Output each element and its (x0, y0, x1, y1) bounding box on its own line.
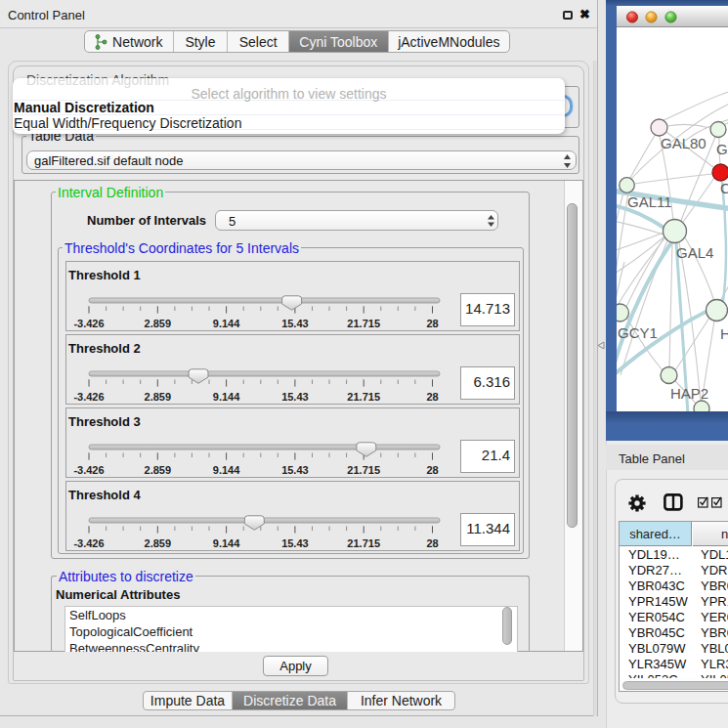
svg-text:28: 28 (426, 318, 438, 329)
svg-text:GCY1: GCY1 (618, 324, 658, 341)
svg-text:21.715: 21.715 (347, 318, 380, 329)
svg-text:C: C (720, 180, 728, 196)
svg-text:9.144: 9.144 (213, 537, 240, 549)
svg-text:-3.426: -3.426 (73, 464, 104, 476)
svg-text:15.43: 15.43 (281, 318, 309, 329)
svg-text:GAL11: GAL11 (627, 193, 672, 210)
svg-text:15.43: 15.43 (281, 537, 309, 549)
svg-text:HAP2: HAP2 (670, 385, 708, 402)
svg-text:-3.426: -3.426 (73, 318, 104, 329)
svg-text:28: 28 (426, 391, 438, 403)
svg-text:28: 28 (426, 537, 438, 549)
svg-text:GA: GA (716, 141, 728, 157)
svg-text:-3.426: -3.426 (73, 391, 104, 403)
svg-text:GAL80: GAL80 (661, 135, 707, 151)
svg-text:H: H (720, 325, 728, 342)
svg-text:15.43: 15.43 (281, 391, 309, 403)
svg-text:28: 28 (426, 464, 438, 476)
svg-text:21.715: 21.715 (347, 537, 380, 549)
svg-text:GAL4: GAL4 (676, 244, 713, 261)
svg-text:2.859: 2.859 (145, 537, 172, 549)
svg-text:2.859: 2.859 (145, 464, 172, 476)
svg-text:2.859: 2.859 (145, 318, 172, 329)
svg-text:21.715: 21.715 (347, 391, 380, 403)
svg-text:21.715: 21.715 (347, 464, 380, 476)
svg-text:2.859: 2.859 (145, 391, 172, 403)
svg-text:9.144: 9.144 (213, 464, 240, 476)
svg-text:-3.426: -3.426 (73, 537, 104, 549)
svg-text:9.144: 9.144 (213, 318, 240, 329)
svg-text:9.144: 9.144 (213, 391, 240, 403)
svg-text:15.43: 15.43 (281, 464, 309, 476)
